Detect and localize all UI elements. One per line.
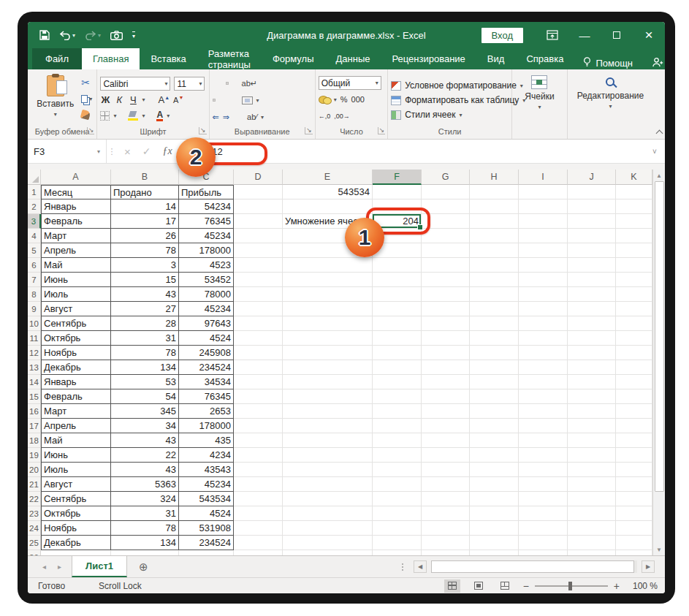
cell-J24[interactable] — [568, 521, 616, 536]
font-color-icon[interactable]: А — [156, 111, 163, 121]
cell-K19[interactable] — [616, 448, 652, 463]
borders-chevron[interactable]: ▾ — [113, 113, 116, 119]
cell-I23[interactable] — [519, 506, 568, 521]
cell-D20[interactable] — [234, 463, 283, 477]
cell-K17[interactable] — [616, 419, 652, 433]
cell-A9[interactable]: Август — [41, 302, 111, 316]
cell-G12[interactable] — [422, 346, 470, 360]
font-size-select[interactable]: 11▾ — [174, 77, 205, 91]
row-header-21[interactable]: 21 — [28, 477, 41, 492]
save-button[interactable] — [39, 30, 50, 40]
cell-I16[interactable] — [519, 404, 568, 419]
cell-A14[interactable]: Январь — [41, 375, 111, 389]
cell-D19[interactable] — [234, 448, 283, 463]
cell-I14[interactable] — [519, 375, 568, 389]
cell-G25[interactable] — [422, 536, 470, 550]
accounting-format-icon[interactable] — [319, 95, 330, 104]
cell-D2[interactable] — [234, 199, 283, 214]
cell-H9[interactable] — [470, 302, 519, 316]
font-color-chevron[interactable]: ▾ — [167, 113, 170, 119]
cell-B13[interactable]: 134 — [111, 360, 179, 375]
decrease-indent-button[interactable]: ⇐ — [213, 113, 219, 122]
column-header-H[interactable]: H — [470, 170, 519, 185]
cell-G21[interactable] — [422, 477, 470, 492]
cell-F21[interactable] — [373, 477, 422, 492]
cell-K5[interactable] — [616, 243, 652, 258]
cell-G19[interactable] — [422, 448, 470, 463]
cell-B20[interactable]: 43 — [111, 463, 179, 477]
cell-B11[interactable]: 31 — [111, 331, 179, 346]
scroll-up-arrow[interactable]: ▲ — [653, 170, 665, 181]
cell-J19[interactable] — [568, 448, 616, 463]
cell-E17[interactable] — [283, 419, 373, 433]
cell-I21[interactable] — [519, 477, 568, 492]
cell-H5[interactable] — [470, 243, 519, 258]
cell-D16[interactable] — [234, 404, 283, 419]
cell-K1[interactable] — [616, 185, 652, 199]
cell-B2[interactable]: 14 — [111, 199, 179, 214]
cell-B22[interactable]: 324 — [111, 492, 179, 506]
cell-H11[interactable] — [470, 331, 519, 346]
cell-I7[interactable] — [519, 273, 568, 287]
cell-E10[interactable] — [283, 316, 373, 331]
tab-assistant[interactable]: Помощн — [574, 56, 642, 69]
editing-button[interactable]: Редактирование ▾ — [573, 72, 648, 126]
cell-I24[interactable] — [519, 521, 568, 536]
cell-E11[interactable] — [283, 331, 373, 346]
cell-C24[interactable]: 531908 — [179, 521, 234, 536]
cell-G15[interactable] — [422, 389, 470, 404]
column-header-I[interactable]: I — [519, 170, 568, 185]
cell-A26[interactable] — [41, 550, 111, 555]
column-header-B[interactable]: B — [111, 170, 179, 185]
cell-I22[interactable] — [519, 492, 568, 506]
cell-G11[interactable] — [422, 331, 470, 346]
cell-G8[interactable] — [422, 287, 470, 302]
cell-styles-button[interactable]: Стили ячеек▾ — [391, 108, 462, 122]
cell-J2[interactable] — [568, 199, 616, 214]
cell-C16[interactable]: 2653 — [179, 404, 234, 419]
enter-button[interactable]: ✓ — [142, 145, 151, 157]
horizontal-scrollbar[interactable] — [431, 560, 637, 573]
cell-D13[interactable] — [234, 360, 283, 375]
cell-D5[interactable] — [234, 243, 283, 258]
horizontal-scroll-thumb[interactable] — [431, 560, 634, 573]
cell-C13[interactable]: 234524 — [179, 360, 234, 375]
redo-button[interactable]: ▾ — [85, 31, 101, 40]
cell-F17[interactable] — [373, 419, 422, 433]
cell-I10[interactable] — [519, 316, 568, 331]
cell-D3[interactable] — [234, 214, 283, 229]
align-top-button[interactable] — [213, 82, 216, 85]
cell-F25[interactable] — [373, 536, 422, 550]
cell-F26[interactable] — [373, 550, 422, 555]
cell-J1[interactable] — [568, 185, 616, 199]
cell-C6[interactable]: 4523 — [179, 258, 234, 273]
cell-K15[interactable] — [616, 389, 652, 404]
tab-Главная[interactable]: Главная — [82, 48, 140, 69]
cell-D26[interactable] — [234, 550, 283, 555]
tab-Справка[interactable]: Справка — [515, 48, 574, 69]
cell-D4[interactable] — [234, 229, 283, 243]
cell-G6[interactable] — [422, 258, 470, 273]
row-header-15[interactable]: 15 — [28, 389, 41, 404]
merge-chevron[interactable]: ▾ — [256, 97, 259, 104]
cell-D24[interactable] — [234, 521, 283, 536]
tab-Вид[interactable]: Вид — [476, 48, 516, 69]
cell-G4[interactable] — [422, 229, 470, 243]
cell-F19[interactable] — [373, 448, 422, 463]
cell-B23[interactable]: 31 — [111, 506, 179, 521]
cell-H12[interactable] — [470, 346, 519, 360]
cell-B24[interactable]: 78 — [111, 521, 179, 536]
column-header-D[interactable]: D — [234, 170, 283, 185]
cell-A20[interactable]: Июль — [41, 463, 111, 477]
cell-C1[interactable]: Прибыль — [179, 185, 234, 199]
cell-A5[interactable]: Апрель — [41, 243, 111, 258]
cell-I13[interactable] — [519, 360, 568, 375]
cell-G5[interactable] — [422, 243, 470, 258]
cell-B19[interactable]: 22 — [111, 448, 179, 463]
cell-A18[interactable]: Май — [41, 433, 111, 448]
name-box[interactable]: F3▾ — [28, 140, 107, 163]
cell-J11[interactable] — [568, 331, 616, 346]
vertical-scrollbar[interactable]: ▲ ▼ — [652, 170, 665, 555]
cell-A7[interactable]: Июнь — [41, 273, 111, 287]
cell-F10[interactable] — [373, 316, 422, 331]
